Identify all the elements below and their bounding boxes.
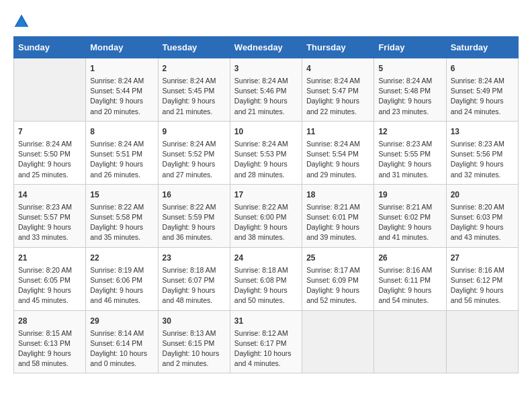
cell-line: Daylight: 9 hours [234,223,287,231]
day-number: 9 [163,126,226,138]
cell-line: and 56 minutes. [451,296,501,304]
cell-line: Sunset: 6:17 PM [234,339,287,347]
day-number: 24 [234,252,298,264]
weekday-friday: Friday [374,37,446,58]
cell-line: Sunrise: 8:22 AM [90,203,144,211]
cell-line: Sunset: 5:54 PM [306,150,359,158]
cell-line: Sunrise: 8:22 AM [163,203,216,211]
cell-line: Daylight: 9 hours [451,286,504,294]
day-number: 14 [18,189,81,201]
day-number: 27 [451,252,514,264]
cell-content: Sunrise: 8:24 AMSunset: 5:54 PMDaylight:… [306,139,369,180]
cell-line: and 20 minutes. [90,107,140,116]
day-number: 22 [90,252,153,264]
cell-content: Sunrise: 8:24 AMSunset: 5:49 PMDaylight:… [451,76,514,117]
page-header [13,13,519,30]
day-number: 10 [234,126,298,138]
cell-line: Sunset: 5:58 PM [90,213,142,221]
day-number: 30 [163,315,226,327]
cell-line: Sunrise: 8:24 AM [18,140,72,148]
cell-line: Sunset: 6:07 PM [163,276,215,284]
cell-line: Sunrise: 8:24 AM [90,140,144,148]
cell-line: Daylight: 9 hours [234,97,287,105]
day-number: 25 [306,252,369,264]
cell-line: Daylight: 9 hours [306,286,359,294]
cell-line: Sunrise: 8:23 AM [18,203,72,211]
calendar-cell: 24Sunrise: 8:18 AMSunset: 6:08 PMDayligh… [230,247,302,310]
cell-line: Sunset: 5:48 PM [378,87,431,95]
cell-line: Sunrise: 8:18 AM [163,266,216,274]
cell-line: Sunset: 5:51 PM [90,150,142,158]
cell-line: and 41 minutes. [378,233,429,241]
day-number: 20 [451,189,514,201]
day-number: 18 [306,189,369,201]
day-number: 7 [18,126,81,138]
cell-content: Sunrise: 8:24 AMSunset: 5:50 PMDaylight:… [18,139,81,180]
cell-line: Sunset: 6:13 PM [18,339,71,347]
cell-line: Sunrise: 8:24 AM [378,77,432,85]
cell-line: and 43 minutes. [451,233,501,241]
cell-content: Sunrise: 8:20 AMSunset: 6:03 PMDaylight:… [451,202,514,243]
calendar-cell: 8Sunrise: 8:24 AMSunset: 5:51 PMDaylight… [86,121,158,184]
cell-content: Sunrise: 8:23 AMSunset: 5:57 PMDaylight:… [18,202,81,243]
cell-line: Sunset: 5:53 PM [234,150,287,158]
cell-line: and 36 minutes. [163,233,213,241]
cell-content: Sunrise: 8:13 AMSunset: 6:15 PMDaylight:… [163,328,226,369]
cell-line: Daylight: 9 hours [306,223,359,231]
cell-content: Sunrise: 8:24 AMSunset: 5:46 PMDaylight:… [234,76,298,117]
calendar-cell: 2Sunrise: 8:24 AMSunset: 5:45 PMDaylight… [158,58,230,122]
calendar-cell: 23Sunrise: 8:18 AMSunset: 6:07 PMDayligh… [158,247,230,310]
cell-line: Sunrise: 8:24 AM [90,77,144,85]
calendar-cell: 7Sunrise: 8:24 AMSunset: 5:50 PMDaylight… [14,121,86,184]
cell-line: Daylight: 9 hours [90,223,143,231]
calendar-cell: 28Sunrise: 8:15 AMSunset: 6:13 PMDayligh… [14,310,86,373]
cell-line: and 35 minutes. [90,233,140,241]
cell-content: Sunrise: 8:18 AMSunset: 6:08 PMDaylight:… [234,265,298,306]
cell-line: and 48 minutes. [163,296,213,304]
cell-line: Sunrise: 8:23 AM [451,140,504,148]
calendar-cell: 25Sunrise: 8:17 AMSunset: 6:09 PMDayligh… [302,247,374,310]
cell-content: Sunrise: 8:21 AMSunset: 6:02 PMDaylight:… [378,202,441,243]
calendar-table: SundayMondayTuesdayWednesdayThursdayFrid… [13,36,519,373]
cell-line: and 2 minutes. [163,359,209,367]
cell-line: Sunrise: 8:12 AM [234,329,288,337]
cell-line: and 54 minutes. [378,296,429,304]
cell-line: and 24 minutes. [451,107,501,116]
cell-line: and 25 minutes. [18,171,69,179]
calendar-cell: 27Sunrise: 8:16 AMSunset: 6:12 PMDayligh… [446,247,518,310]
cell-line: and 46 minutes. [90,296,140,304]
day-number: 13 [451,126,514,138]
cell-line: Sunrise: 8:20 AM [451,203,504,211]
calendar-cell: 21Sunrise: 8:20 AMSunset: 6:05 PMDayligh… [14,247,86,310]
calendar-cell: 9Sunrise: 8:24 AMSunset: 5:52 PMDaylight… [158,121,230,184]
cell-line: and 31 minutes. [378,171,429,179]
calendar-cell: 19Sunrise: 8:21 AMSunset: 6:02 PMDayligh… [374,184,446,247]
cell-line: Sunset: 6:06 PM [90,276,142,284]
cell-line: Sunrise: 8:22 AM [234,203,288,211]
cell-line: Daylight: 9 hours [234,286,287,294]
calendar-cell: 18Sunrise: 8:21 AMSunset: 6:01 PMDayligh… [302,184,374,247]
cell-line: Sunset: 5:45 PM [163,87,215,95]
day-number: 12 [378,126,441,138]
calendar-week-2: 7Sunrise: 8:24 AMSunset: 5:50 PMDaylight… [14,121,519,184]
cell-content: Sunrise: 8:16 AMSunset: 6:12 PMDaylight:… [451,265,514,306]
cell-content: Sunrise: 8:15 AMSunset: 6:13 PMDaylight:… [18,328,81,369]
calendar-cell: 11Sunrise: 8:24 AMSunset: 5:54 PMDayligh… [302,121,374,184]
cell-line: Daylight: 9 hours [451,160,504,168]
calendar-cell: 10Sunrise: 8:24 AMSunset: 5:53 PMDayligh… [230,121,302,184]
cell-line: Sunset: 5:44 PM [90,87,142,95]
day-number: 17 [234,189,298,201]
cell-line: Daylight: 9 hours [18,223,71,231]
calendar-cell: 12Sunrise: 8:23 AMSunset: 5:55 PMDayligh… [374,121,446,184]
cell-line: Daylight: 9 hours [378,160,431,168]
cell-line: Daylight: 9 hours [306,97,359,105]
cell-line: Sunrise: 8:24 AM [306,140,360,148]
day-number: 11 [306,126,369,138]
calendar-cell: 16Sunrise: 8:22 AMSunset: 5:59 PMDayligh… [158,184,230,247]
cell-line: Sunset: 6:14 PM [90,339,142,347]
day-number: 4 [306,62,369,75]
cell-line: Sunset: 5:49 PM [451,87,503,95]
cell-line: Sunset: 5:59 PM [163,213,215,221]
cell-line: Daylight: 9 hours [163,97,216,105]
cell-line: Daylight: 9 hours [451,223,504,231]
